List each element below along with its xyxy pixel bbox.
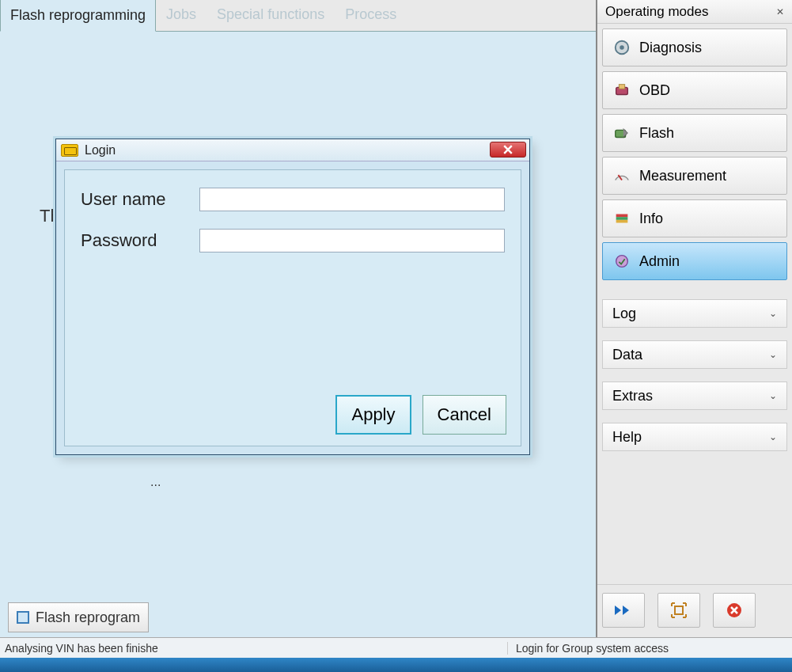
username-label: User name (81, 189, 199, 210)
svg-rect-3 (619, 85, 624, 89)
sidebar-toolbar (597, 584, 792, 637)
mode-diagnosis[interactable]: Diagnosis (602, 28, 787, 66)
mode-list: Diagnosis OBD Flash Measurement Info Adm… (597, 24, 792, 285)
background-ellipsis: ... (150, 475, 161, 489)
forward-icon (613, 602, 634, 618)
admin-icon (612, 252, 631, 271)
dialog-titlebar[interactable]: Login (56, 139, 529, 161)
tab-special-functions[interactable]: Special functions (207, 0, 335, 31)
sidebar-header-label: Operating modes (605, 4, 708, 20)
mode-measurement[interactable]: Measurement (602, 157, 787, 195)
dialog-button-row: Apply Cancel (335, 395, 506, 435)
tab-strip: Flash reprogramming Jobs Special functio… (0, 0, 596, 32)
mode-diagnosis-label: Diagnosis (639, 40, 702, 56)
mode-admin[interactable]: Admin (602, 242, 787, 280)
main-body: Th ... Login User name Pas (0, 32, 596, 637)
username-row: User name (81, 188, 505, 211)
tab-flash-reprogramming[interactable]: Flash reprogramming (0, 0, 156, 32)
chevron-down-icon: ⌄ (769, 431, 777, 442)
books-icon (612, 209, 631, 228)
panel-help-label: Help (612, 429, 642, 446)
password-row: Password (81, 229, 505, 252)
error-icon (726, 602, 743, 619)
chevron-down-icon: ⌄ (769, 349, 777, 360)
fit-screen-button[interactable] (657, 593, 700, 628)
apply-button[interactable]: Apply (335, 395, 411, 435)
main-area: Flash reprogramming Jobs Special functio… (0, 0, 596, 637)
status-bar: Analysing VIN has been finishe Login for… (0, 637, 792, 658)
close-button[interactable] (490, 142, 526, 158)
panel-log[interactable]: Log ⌄ (602, 299, 787, 328)
svg-rect-8 (616, 220, 628, 223)
engine-icon (61, 144, 78, 157)
password-input[interactable] (199, 229, 505, 252)
mode-measurement-label: Measurement (639, 168, 726, 184)
sidebar: Operating modes ✕ Diagnosis OBD Flash Me… (596, 0, 792, 637)
panel-data[interactable]: Data ⌄ (602, 340, 787, 369)
flash-icon (612, 123, 631, 142)
chevron-down-icon: ⌄ (769, 390, 777, 401)
mode-obd-label: OBD (639, 82, 670, 99)
square-icon (17, 611, 29, 624)
panel-data-label: Data (612, 347, 642, 363)
svg-rect-10 (675, 606, 683, 614)
panel-list: Log ⌄ Data ⌄ Extras ⌄ Help ⌄ (597, 294, 792, 456)
login-dialog: Login User name Password Apply (55, 139, 530, 455)
mode-admin-label: Admin (639, 253, 680, 270)
gear-icon (612, 38, 631, 57)
mode-info-label: Info (639, 211, 663, 227)
mode-info[interactable]: Info (602, 199, 787, 237)
svg-rect-6 (616, 215, 628, 218)
username-input[interactable] (199, 188, 505, 211)
tab-process[interactable]: Process (335, 0, 407, 31)
taskbar-strip (0, 658, 792, 672)
fit-screen-icon (670, 602, 688, 619)
mode-obd[interactable]: OBD (602, 71, 787, 109)
dialog-title-text: Login (85, 143, 116, 158)
svg-rect-7 (616, 217, 628, 220)
cancel-button[interactable]: Cancel (423, 395, 506, 435)
status-right: Login for Group system access (507, 642, 792, 655)
password-label: Password (81, 230, 199, 251)
forward-button[interactable] (602, 593, 645, 628)
error-button[interactable] (713, 593, 756, 628)
svg-point-9 (616, 256, 628, 268)
panel-extras[interactable]: Extras ⌄ (602, 382, 787, 410)
status-left: Analysing VIN has been finishe (0, 642, 507, 655)
tab-jobs[interactable]: Jobs (156, 0, 207, 31)
close-icon (503, 145, 513, 154)
obd-icon (612, 81, 631, 100)
mode-flash-label: Flash (639, 125, 674, 142)
mode-flash[interactable]: Flash (602, 114, 787, 152)
panel-help[interactable]: Help ⌄ (602, 423, 787, 451)
gauge-icon (612, 166, 631, 185)
panel-log-label: Log (612, 306, 636, 322)
bottom-tab-flash-reprogram[interactable]: Flash reprogram (8, 602, 149, 632)
collapse-icon: ✕ (776, 6, 784, 17)
bottom-tab-label: Flash reprogram (36, 609, 140, 626)
svg-point-1 (620, 45, 624, 50)
panel-extras-label: Extras (612, 388, 653, 404)
chevron-down-icon: ⌄ (769, 308, 777, 319)
dialog-body: User name Password Apply Cancel (64, 169, 521, 446)
sidebar-header[interactable]: Operating modes ✕ (597, 0, 792, 24)
